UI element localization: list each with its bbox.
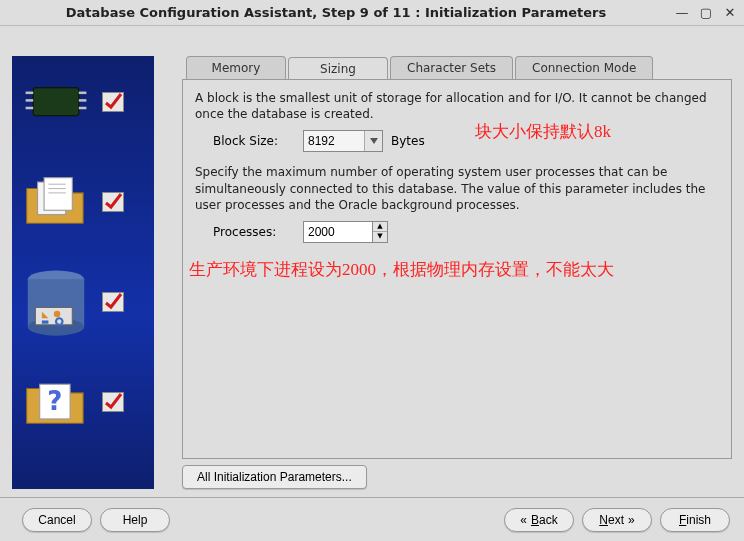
block-size-unit: Bytes: [391, 134, 425, 148]
next-button[interactable]: Next »: [582, 508, 652, 532]
close-button[interactable]: ✕: [722, 5, 738, 21]
wizard-step: ?: [18, 366, 148, 438]
block-size-label: Block Size:: [213, 134, 295, 148]
check-icon: [102, 92, 124, 112]
all-params-row: All Initialization Parameters...: [182, 465, 732, 489]
spin-up-button[interactable]: ▲: [373, 222, 387, 232]
folder-question-icon: ?: [18, 368, 94, 436]
spin-down-button[interactable]: ▼: [373, 232, 387, 242]
back-label: ack: [539, 513, 558, 527]
svg-rect-0: [33, 88, 79, 116]
block-size-input[interactable]: [304, 132, 364, 150]
annotation-processes: 生产环境下进程设为2000，根据物理内存设置，不能太大: [189, 258, 725, 281]
tab-connection-mode[interactable]: Connection Mode: [515, 56, 653, 79]
titlebar: Database Configuration Assistant, Step 9…: [0, 0, 744, 26]
svg-text:?: ?: [47, 387, 62, 417]
cylinder-shapes-icon: [18, 268, 94, 336]
svg-point-17: [54, 311, 61, 318]
wizard-step: [18, 266, 148, 338]
processes-label: Processes:: [213, 225, 295, 239]
footer-bar: Cancel Help « Back Next » Finish: [0, 497, 744, 541]
window-title: Database Configuration Assistant, Step 9…: [6, 5, 666, 20]
sizing-panel: A block is the smallest unit of storage …: [182, 79, 732, 459]
svg-rect-8: [44, 178, 72, 211]
wizard-step: [18, 166, 148, 238]
annotation-block-size: 块大小保持默认8k: [475, 120, 611, 143]
block-size-row: Block Size: Bytes: [213, 130, 719, 152]
wizard-sidebar: ?: [12, 56, 154, 489]
processes-description: Specify the maximum number of operating …: [195, 164, 719, 213]
minimize-button[interactable]: —: [674, 5, 690, 21]
next-label: ext: [608, 513, 624, 527]
content-area: ? Memory Sizing Character Sets Connectio…: [0, 26, 744, 497]
cancel-button[interactable]: Cancel: [22, 508, 92, 532]
svg-rect-15: [35, 307, 72, 324]
check-icon: [102, 392, 124, 412]
tab-memory[interactable]: Memory: [186, 56, 286, 79]
block-size-description: A block is the smallest unit of storage …: [195, 90, 719, 122]
back-arrow-icon: «: [520, 513, 527, 527]
check-icon: [102, 292, 124, 312]
all-init-params-button[interactable]: All Initialization Parameters...: [182, 465, 367, 489]
main-panel: Memory Sizing Character Sets Connection …: [182, 56, 732, 489]
back-button[interactable]: « Back: [504, 508, 574, 532]
processes-row: Processes: ▲ ▼: [213, 221, 719, 243]
folder-docs-icon: [18, 168, 94, 236]
tab-bar: Memory Sizing Character Sets Connection …: [186, 56, 732, 79]
tab-character-sets[interactable]: Character Sets: [390, 56, 513, 79]
svg-rect-18: [42, 320, 49, 323]
chip-icon: [18, 68, 94, 136]
window-body: ? Memory Sizing Character Sets Connectio…: [0, 26, 744, 541]
next-arrow-icon: »: [628, 513, 635, 527]
maximize-button[interactable]: ▢: [698, 5, 714, 21]
wizard-step: [18, 66, 148, 138]
block-size-combo[interactable]: [303, 130, 383, 152]
tab-sizing[interactable]: Sizing: [288, 57, 388, 80]
finish-button[interactable]: Finish: [660, 508, 730, 532]
processes-spinner: ▲ ▼: [303, 221, 388, 243]
processes-input[interactable]: [303, 221, 373, 243]
check-icon: [102, 192, 124, 212]
chevron-down-icon[interactable]: [364, 131, 382, 151]
help-button[interactable]: Help: [100, 508, 170, 532]
